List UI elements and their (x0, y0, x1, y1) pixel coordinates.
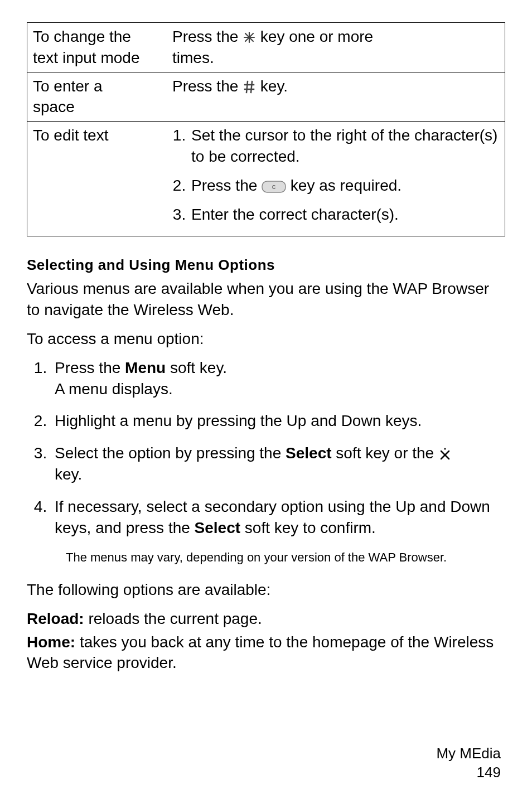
section-heading: Selecting and Using Menu Options (27, 256, 505, 274)
step-text: Set the cursor to the right of the chara… (191, 127, 497, 165)
footer-page-number: 149 (477, 764, 501, 781)
right-pre: Press the (172, 28, 243, 45)
step-bold: Select (195, 519, 241, 536)
step-post: soft key. (166, 359, 227, 376)
step-line2: A menu displays. (55, 380, 173, 398)
step-post: soft key or the (332, 444, 438, 462)
main-steps-list: Press the Menu soft key. A menu displays… (27, 357, 505, 539)
star-icon (243, 31, 256, 44)
table-right-cell: Set the cursor to the right of the chara… (167, 122, 505, 236)
c-key-icon: c (262, 181, 286, 193)
available-intro: The following options are available: (27, 579, 505, 601)
svg-line-6 (246, 81, 248, 93)
main-step: Select the option by pressing the Select… (51, 443, 505, 485)
left-text-1: To edit text (33, 127, 108, 144)
main-step: Highlight a menu by pressing the Up and … (51, 410, 505, 432)
left-text-1: To enter a (33, 78, 103, 95)
option-text: takes you back at any time to the homepa… (27, 633, 494, 672)
option-line: Home: takes you back at any time to the … (27, 632, 505, 674)
step-text: Enter the correct character(s). (191, 206, 399, 223)
svg-text:c: c (272, 182, 276, 191)
table-row: To edit text Set the cursor to the right… (27, 122, 505, 236)
left-text-1: To change the (33, 28, 131, 45)
svg-point-10 (444, 448, 446, 450)
note-text: The menus may vary, depending on your ve… (66, 549, 505, 566)
step-pre: Press the (191, 177, 262, 194)
footer-title: My MEdia (436, 745, 501, 762)
step-pre: Press the (55, 359, 125, 376)
option-bold: Home: (27, 633, 75, 651)
x-icon (438, 447, 452, 461)
right-mid: key. (256, 78, 288, 95)
table-right-cell: Press the key. (167, 72, 505, 122)
step-pre: Highlight a menu by pressing the Up and … (55, 412, 422, 429)
step-bold: Menu (125, 359, 166, 376)
table-right-cell: Press the key one or more times. (167, 23, 505, 72)
right-pre: Press the (172, 78, 243, 95)
inner-steps-list: Set the cursor to the right of the chara… (172, 125, 499, 225)
option-text: reloads the current page. (84, 610, 262, 627)
table-left-cell: To enter a space (27, 72, 167, 122)
left-text-2: space (33, 98, 75, 115)
step-bold: Select (286, 444, 332, 462)
step-post: key as required. (286, 177, 402, 194)
inner-step: Enter the correct character(s). (190, 204, 499, 225)
table-left-cell: To edit text (27, 122, 167, 236)
option-line: Reload: reloads the current page. (27, 608, 505, 629)
table-row: To enter a space Press the key. (27, 72, 505, 122)
instruction-table: To change the text input mode Press the … (27, 22, 505, 236)
step-pre: Select the option by pressing the (55, 444, 286, 462)
svg-line-7 (251, 81, 252, 93)
table-row: To change the text input mode Press the … (27, 23, 505, 72)
intro-text-1: Various menus are available when you are… (27, 278, 505, 321)
intro-text-2: To access a menu option: (27, 328, 505, 350)
right-mid: key one or more (256, 28, 373, 45)
table-left-cell: To change the text input mode (27, 23, 167, 72)
main-step: If necessary, select a secondary option … (51, 496, 505, 539)
inner-step: Press the c key as required. (190, 175, 499, 196)
left-text-2: text input mode (33, 49, 139, 66)
step-post: soft key to confirm. (240, 519, 376, 536)
hash-icon (243, 80, 256, 94)
right-post: times. (172, 49, 214, 66)
option-bold: Reload: (27, 610, 84, 627)
main-step: Press the Menu soft key. A menu displays… (51, 357, 505, 400)
page-footer: My MEdia 149 (436, 744, 501, 782)
inner-step: Set the cursor to the right of the chara… (190, 125, 499, 167)
step-line2: key. (55, 466, 82, 483)
